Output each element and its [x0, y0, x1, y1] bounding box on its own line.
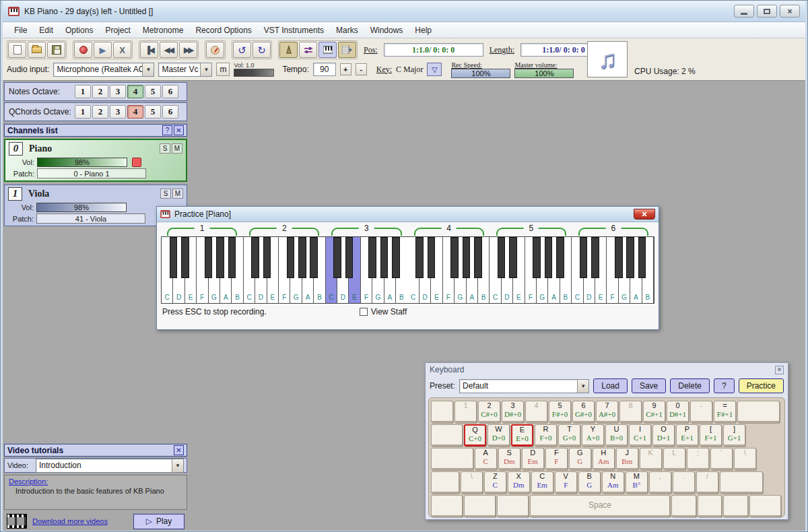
key-blank[interactable]: [723, 495, 748, 517]
black-key[interactable]: [298, 237, 306, 278]
load-button[interactable]: Load: [593, 378, 628, 393]
key-0[interactable]: 0D#+1: [667, 401, 689, 423]
black-key[interactable]: [463, 237, 471, 278]
menu-item-windows[interactable]: Windows: [364, 24, 409, 37]
keyboard-title-bar[interactable]: Keyboard ✕: [426, 363, 788, 376]
key-p[interactable]: PE+1: [676, 424, 698, 446]
description-link[interactable]: Description:: [9, 477, 48, 486]
channels-close-button[interactable]: ✕: [174, 125, 184, 135]
volume-bar[interactable]: 98%: [37, 158, 127, 167]
view-staff-checkbox[interactable]: [360, 308, 368, 316]
audio-input-select[interactable]: Microphone (Realtek AC ▼: [53, 63, 154, 77]
menu-item-vst-instruments[interactable]: VST Instruments: [258, 24, 330, 37]
key-w[interactable]: WD+0: [487, 424, 510, 446]
mixer-toggle-button[interactable]: [299, 42, 317, 58]
black-key[interactable]: [392, 237, 400, 278]
key-l[interactable]: L: [663, 448, 685, 470]
key-t[interactable]: TG+0: [558, 424, 580, 446]
key-h[interactable]: HAm: [593, 448, 615, 470]
menu-item-file[interactable]: File: [8, 24, 33, 37]
menu-item-project[interactable]: Project: [99, 24, 136, 37]
metronome-mute-button[interactable]: m: [216, 63, 230, 76]
black-key[interactable]: [545, 237, 553, 278]
black-key[interactable]: [181, 237, 189, 278]
key-blank[interactable]: [464, 495, 496, 517]
redo-button[interactable]: ↻: [252, 42, 271, 58]
key-blank[interactable]: [720, 471, 764, 494]
black-key[interactable]: [450, 237, 459, 278]
delete-button[interactable]: Delete: [670, 378, 710, 393]
key-k[interactable]: K: [640, 448, 662, 470]
black-key[interactable]: [556, 237, 564, 278]
black-key[interactable]: [498, 237, 506, 278]
key-7[interactable]: 7A#+0: [596, 401, 618, 423]
key-space[interactable]: Space: [530, 495, 670, 517]
preset-select[interactable]: Default ▼: [459, 379, 589, 393]
black-key[interactable]: [626, 237, 634, 278]
metronome-toggle-button[interactable]: [279, 42, 298, 58]
key-3[interactable]: 3D#+0: [502, 401, 524, 423]
key-u[interactable]: UB+0: [605, 424, 628, 446]
practice-title-bar[interactable]: Practice [Piano] ✕: [157, 207, 659, 222]
key-6[interactable]: 6G#+0: [572, 401, 595, 423]
practice-button[interactable]: Practice: [739, 378, 784, 393]
key-f[interactable]: FF: [545, 448, 568, 470]
metronome-settings-button[interactable]: [206, 42, 224, 58]
pianoroll-toggle-button[interactable]: [338, 42, 356, 58]
key-9[interactable]: 9C#+1: [643, 401, 665, 423]
key-z[interactable]: ZC: [484, 471, 506, 494]
key-5[interactable]: 5F#+0: [549, 401, 571, 423]
black-key[interactable]: [428, 237, 436, 278]
keyboard-close-button[interactable]: ✕: [775, 366, 784, 374]
rewind-button[interactable]: ◀◀: [160, 42, 178, 58]
play-button[interactable]: ▶: [94, 42, 112, 58]
channel-piano[interactable]: 0PianoSMVol:98%Patch:0 - Piano 1: [4, 139, 187, 182]
black-key[interactable]: [474, 237, 482, 278]
vol-slider[interactable]: [234, 69, 274, 77]
tempo-increase-button[interactable]: +: [340, 63, 351, 75]
dropdown-arrow-icon[interactable]: ▼: [142, 63, 154, 76]
key-o[interactable]: OD+1: [652, 424, 675, 446]
black-key[interactable]: [333, 237, 341, 278]
key-d[interactable]: DEm: [522, 448, 544, 470]
practice-close-button[interactable]: ✕: [634, 209, 655, 220]
notes-octave-button-4[interactable]: 4: [127, 85, 143, 98]
black-key[interactable]: [615, 237, 623, 278]
notes-octave-button-2[interactable]: 2: [92, 85, 108, 98]
minimize-button[interactable]: [734, 5, 754, 18]
menu-item-record-options[interactable]: Record Options: [189, 24, 257, 37]
save-button[interactable]: [47, 42, 65, 58]
mute-button[interactable]: M: [172, 143, 182, 154]
patch-field[interactable]: 41 - Viola: [36, 213, 145, 224]
go-start-button[interactable]: ▐◀: [140, 42, 158, 58]
key-q[interactable]: QC+0: [464, 424, 486, 446]
key-1[interactable]: 1: [454, 401, 477, 423]
black-key[interactable]: [263, 237, 271, 278]
black-key[interactable]: [380, 237, 389, 278]
key-blank[interactable]: [F+1: [700, 424, 722, 446]
qchords-octave-button-2[interactable]: 2: [92, 105, 108, 119]
dropdown-arrow-icon[interactable]: ▼: [200, 63, 211, 76]
key-v[interactable]: VF: [555, 471, 577, 494]
key-select-button[interactable]: ▽: [427, 63, 442, 76]
notes-octave-button-1[interactable]: 1: [75, 85, 91, 98]
key-blank[interactable]: [431, 471, 459, 494]
black-key[interactable]: [509, 237, 517, 278]
output-device-select[interactable]: Master Vc ▼: [158, 63, 212, 77]
channel-record-button[interactable]: [132, 158, 141, 167]
video-select[interactable]: Introduction ▼: [36, 459, 184, 473]
key-blank[interactable]: [431, 448, 473, 470]
volume-bar[interactable]: 98%: [36, 203, 127, 212]
key-m[interactable]: MB°: [626, 471, 648, 494]
black-key[interactable]: [580, 237, 588, 278]
key-blank[interactable]: ]G+1: [723, 424, 745, 446]
key-g[interactable]: GG: [569, 448, 591, 470]
keyboard-help-button[interactable]: ?: [714, 378, 735, 393]
maximize-button[interactable]: [757, 5, 777, 18]
black-key[interactable]: [368, 237, 376, 278]
notes-octave-button-3[interactable]: 3: [110, 85, 126, 98]
mute-button[interactable]: M: [172, 189, 183, 199]
black-key[interactable]: [228, 237, 236, 278]
record-button[interactable]: [74, 42, 92, 58]
key-blank[interactable]: [497, 495, 529, 517]
